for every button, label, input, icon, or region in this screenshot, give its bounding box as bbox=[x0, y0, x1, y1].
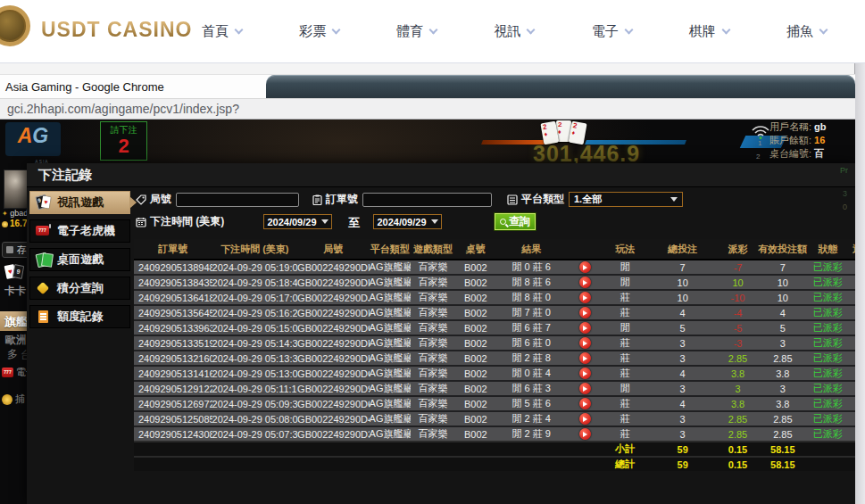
cell-order: 240929051321605 bbox=[134, 351, 212, 366]
cell bbox=[455, 457, 495, 471]
replay-play-button[interactable] bbox=[579, 261, 591, 273]
cell bbox=[212, 457, 298, 471]
replay-play-button[interactable] bbox=[579, 428, 591, 440]
clipped-cell bbox=[848, 396, 855, 411]
cell-table: B002 bbox=[455, 351, 495, 366]
cell-platform: AG旗艦廳 bbox=[370, 290, 411, 305]
clipped-cell bbox=[848, 320, 855, 335]
column-header: 總投注 bbox=[647, 239, 717, 260]
cell-order: 240929051243089 bbox=[134, 426, 212, 442]
cell-table: B002 bbox=[455, 426, 495, 442]
date-from-select[interactable]: 2024/09/29 bbox=[263, 214, 332, 229]
nav-item-label: 視訊 bbox=[494, 23, 520, 40]
nav-item[interactable]: 首頁 bbox=[202, 23, 242, 40]
cell: 小計 bbox=[603, 442, 647, 457]
lobby-menu-item-fishing[interactable]: 捕 bbox=[2, 392, 25, 406]
ag-logo-a: A bbox=[18, 124, 33, 147]
replay-play-button[interactable] bbox=[579, 352, 591, 364]
replay-play-button[interactable] bbox=[579, 277, 591, 288]
sidebar-item[interactable]: 視訊遊戲 bbox=[29, 191, 130, 214]
column-header: 玩法 bbox=[603, 239, 647, 260]
date-to-select[interactable]: 2024/09/29 bbox=[373, 214, 442, 229]
cell-bet: 4 bbox=[647, 396, 717, 411]
username-label: ✦ gbad bbox=[2, 209, 28, 218]
cell-time: 2024-09-29 05:15:02 bbox=[212, 320, 298, 335]
video-replay-cell bbox=[567, 320, 603, 335]
sidebar-item-label: 積分查詢 bbox=[57, 280, 104, 296]
cell-payout: -5 bbox=[718, 320, 758, 335]
nav-item[interactable]: 棋牌 bbox=[689, 23, 729, 40]
bet-records-table: 訂單號下注時間 (美東)局號平台類型遊戲類型桌號結果玩法總投注派彩有效投注額狀態… bbox=[134, 239, 855, 471]
chrome-window: Asia Gaming - Google Chrome gci.2hhapi.c… bbox=[0, 63, 855, 504]
lobby-menu-item-europe[interactable]: 歐洲 bbox=[5, 333, 27, 348]
cell-order: 240929051339634 bbox=[134, 320, 212, 335]
cell bbox=[411, 442, 455, 457]
cell-platform: AG旗艦廳 bbox=[370, 275, 411, 290]
table-row: 2409290513641882024-09-29 05:17:01GB0022… bbox=[134, 290, 855, 305]
cell: 59 bbox=[647, 457, 717, 471]
replay-play-button[interactable] bbox=[579, 413, 591, 425]
nav-item[interactable]: 視訊 bbox=[494, 23, 534, 40]
platform-label: 平台類型 bbox=[507, 192, 564, 207]
cell-play: 莊 bbox=[603, 396, 647, 411]
replay-play-button[interactable] bbox=[579, 383, 591, 394]
bet-countdown-box: 請下注 2 bbox=[100, 121, 147, 161]
replay-play-button[interactable] bbox=[579, 337, 591, 349]
url-bar[interactable]: gci.2hhapi.com/agingame/pcv1/index.jsp? bbox=[0, 98, 855, 120]
lobby-menu-item[interactable]: 卡卡 bbox=[4, 284, 26, 299]
sidebar-item-label: 額度記錄 bbox=[57, 309, 104, 325]
sidebar-item[interactable]: 電子老虎機 bbox=[29, 219, 130, 243]
clipped-cell bbox=[848, 366, 855, 381]
search-button[interactable]: 查詢 bbox=[495, 213, 536, 230]
replay-play-button[interactable] bbox=[579, 322, 591, 334]
column-header: 平台類型 bbox=[370, 239, 411, 260]
sidebar-item[interactable]: 桌面遊戲 bbox=[29, 248, 130, 271]
column-header: 派彩 bbox=[718, 239, 758, 260]
cell-status: 已派彩 bbox=[808, 426, 848, 442]
cell-status: 已派彩 bbox=[808, 396, 848, 411]
clipped-cell bbox=[848, 260, 855, 275]
cell-platform: AG旗艦廳 bbox=[370, 320, 411, 335]
replay-play-button[interactable] bbox=[579, 398, 591, 409]
platform-field-group: 平台類型 1.全部 bbox=[507, 192, 683, 207]
cell-payout: 10 bbox=[718, 275, 758, 290]
sidebar-item[interactable]: 額度記錄 bbox=[29, 305, 130, 328]
cell-status: 已派彩 bbox=[808, 366, 848, 381]
platform-select[interactable]: 1.全部 bbox=[569, 192, 683, 207]
site-logo-text[interactable]: USDT CASINO bbox=[41, 18, 192, 42]
cell-round: GB002249290DJ bbox=[297, 290, 369, 305]
clipped-cell bbox=[848, 426, 855, 442]
fish-icon bbox=[2, 394, 12, 405]
nav-item[interactable]: 彩票 bbox=[299, 23, 339, 40]
cell-valid: 7 bbox=[758, 260, 807, 275]
deposit-icon bbox=[6, 246, 13, 253]
cell-status: 已派彩 bbox=[808, 351, 848, 366]
nav-item[interactable]: 電子 bbox=[592, 23, 632, 40]
video-replay-cell bbox=[567, 426, 603, 442]
cell-round: GB002249290DF bbox=[297, 335, 369, 351]
sidebar-item[interactable]: 積分查詢 bbox=[29, 277, 130, 300]
cell-table: B002 bbox=[455, 290, 495, 305]
round-input[interactable] bbox=[176, 193, 299, 207]
cell-round: GB002249290D4 bbox=[297, 411, 369, 426]
cell bbox=[411, 457, 455, 471]
cell-order: 240929051364188 bbox=[134, 290, 212, 305]
replay-play-button[interactable] bbox=[579, 307, 591, 318]
bg-text-fragment: 0 bbox=[843, 202, 847, 211]
cell-result: 閒 2 莊 4 bbox=[495, 411, 566, 426]
nav-item[interactable]: 體育 bbox=[396, 23, 437, 40]
order-input[interactable] bbox=[362, 193, 492, 207]
bet-time-group: 下注時間 (美東) bbox=[136, 214, 224, 229]
cell-play: 莊 bbox=[603, 290, 647, 305]
cell-play: 閒 bbox=[603, 381, 647, 396]
replay-play-button[interactable] bbox=[579, 368, 591, 379]
lobby-menu-item-multi[interactable]: 多 bbox=[7, 347, 18, 362]
window-titlebar[interactable]: Asia Gaming - Google Chrome bbox=[0, 74, 855, 98]
replay-play-button[interactable] bbox=[579, 292, 591, 303]
cell-play: 莊 bbox=[603, 366, 647, 381]
user-info-line: 用戶名稱:gb bbox=[769, 120, 827, 134]
nav-item[interactable]: 捕魚 bbox=[786, 23, 827, 40]
cell-result: 閒 2 莊 9 bbox=[495, 426, 566, 442]
lobby-menu-item-flagship[interactable]: 旗艦 bbox=[4, 314, 28, 330]
clipped-cell bbox=[848, 411, 855, 426]
